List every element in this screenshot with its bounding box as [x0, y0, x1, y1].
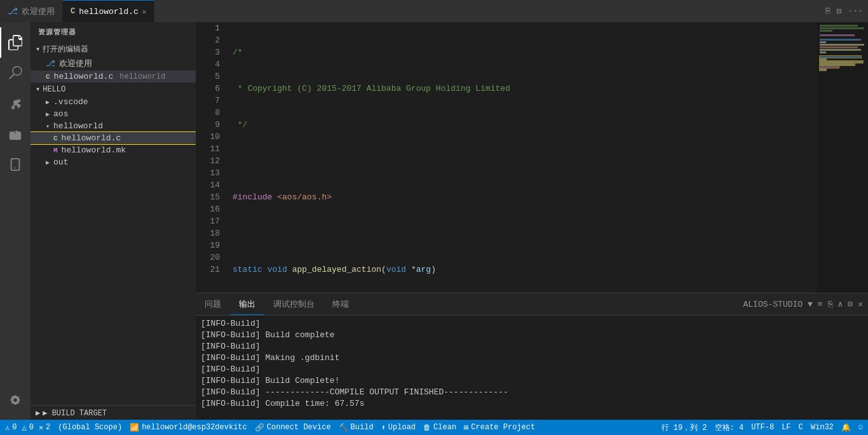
toggle-layout-icon[interactable]: ⊟ [837, 6, 842, 17]
sidebar-spacer [31, 168, 196, 405]
build-target-label: ▶ BUILD TARGET [43, 408, 107, 418]
panel-toggle-icon[interactable]: ⊟ [848, 299, 853, 309]
sidebar-item-helloworld-folder[interactable]: ▾ helloworld [31, 120, 196, 132]
sidebar-item-welcome[interactable]: ⎇ 欢迎使用 [31, 57, 196, 70]
editor-area: 12345 678910 1112131415 1617181920 21 /*… [196, 22, 868, 420]
clean-icon: 🗑 [423, 423, 431, 432]
panel-tab-output-label: 输出 [239, 298, 255, 310]
build-target-section[interactable]: ▶ ▶ BUILD TARGET [31, 405, 196, 420]
hello-section[interactable]: ▾ HELLO [31, 83, 196, 96]
log-line-4: [INFO-Build] Making .gdbinit [201, 352, 863, 364]
c-file-icon: C [71, 7, 75, 16]
activity-search[interactable] [0, 58, 31, 88]
panel-clear-icon[interactable]: ≡ [818, 300, 823, 309]
panel-tab-problems-label: 问题 [205, 298, 221, 310]
status-bar: ⚠ 0 △ 0 ✕ 2 (Global Scope) 📶 helloworld@… [0, 420, 868, 435]
clean-text: Clean [433, 423, 456, 432]
tab-close-button[interactable]: ✕ [142, 8, 147, 16]
aos-label: aos [53, 109, 68, 119]
status-notifications[interactable]: 🔔 [841, 423, 851, 432]
status-right: 行 19，列 2 空格: 4 UTF-8 LF C Win32 🔔 ☺ [661, 422, 863, 433]
status-encoding[interactable]: UTF-8 [751, 423, 774, 432]
activity-extensions[interactable] [0, 119, 31, 149]
sidebar-welcome-label: 欢迎使用 [59, 58, 92, 69]
status-project[interactable]: 📶 helloworld@esp32devkitc [130, 423, 247, 432]
sidebar-item-out[interactable]: ▶ out [31, 156, 196, 168]
panel-tab-problems[interactable]: 问题 [196, 293, 230, 315]
status-spaces[interactable]: 空格: 4 [715, 422, 744, 433]
build-text: Build [351, 423, 374, 432]
minimap [817, 22, 868, 293]
status-language[interactable]: C [799, 423, 803, 432]
panel-maximize-icon[interactable]: ∧ [838, 299, 843, 309]
activity-bar [0, 22, 31, 420]
log-line-3: [INFO-Build] [201, 341, 863, 352]
code-editor[interactable]: 12345 678910 1112131415 1617181920 21 /*… [196, 22, 868, 293]
panel-selector[interactable]: ALIOS-STUDIO ▼ [743, 300, 812, 309]
panel-tab-debug[interactable]: 调试控制台 [264, 293, 323, 315]
code-line-2: * Copyright (C) 2015-2017 Alibaba Group … [233, 83, 817, 95]
tab-list: ⎇ 欢迎使用 C helloworld.c ✕ [0, 0, 820, 22]
code-line-4 [233, 155, 817, 167]
project-text: helloworld@esp32devkitc [142, 423, 247, 432]
helloworld-c-label: helloworld.c [62, 133, 121, 143]
platform-text: Win32 [811, 423, 834, 432]
code-line-6 [233, 227, 817, 239]
sidebar-helloworld-open-path: helloworld [119, 72, 165, 81]
sidebar: 资源管理器 ▾ 打开的编辑器 ⎇ 欢迎使用 C helloworld.c hel… [31, 22, 196, 420]
code-line-7: static void app_delayed_action(void *arg… [233, 264, 817, 276]
title-bar-actions: ⎘ ⊟ ··· [820, 0, 868, 22]
panel-tab-output[interactable]: 输出 [230, 293, 264, 315]
triangle-icon: △ [22, 423, 26, 432]
status-line-ending[interactable]: LF [782, 423, 790, 432]
out-label: out [53, 157, 68, 167]
sidebar-item-vscode[interactable]: ▶ .vscode [31, 96, 196, 108]
status-position[interactable]: 行 19，列 2 [661, 422, 707, 433]
welcome-tab-icon: ⎇ [46, 58, 55, 69]
sidebar-item-aos[interactable]: ▶ aos [31, 108, 196, 120]
panel-close-icon[interactable]: ✕ [858, 299, 863, 309]
activity-source-control[interactable] [0, 88, 31, 119]
status-clean[interactable]: 🗑 Clean [423, 423, 456, 432]
split-editor-icon[interactable]: ⎘ [825, 6, 831, 16]
connect-text: Connect Device [267, 423, 331, 432]
status-build[interactable]: 🔨 Build [339, 423, 374, 432]
language-text: C [799, 423, 803, 432]
sidebar-item-helloworld-c[interactable]: C helloworld.c [31, 132, 196, 144]
status-platform[interactable]: Win32 [811, 423, 834, 432]
sidebar-title: 资源管理器 [31, 22, 196, 42]
connect-icon: 🔗 [255, 423, 264, 432]
tab-welcome[interactable]: ⎇ 欢迎使用 [0, 0, 63, 22]
activity-settings[interactable] [0, 384, 31, 415]
status-scope[interactable]: (Global Scope) [58, 423, 122, 432]
log-line-1: [INFO-Build] [201, 318, 863, 330]
log-line-6: [INFO-Build] Build Complete! [201, 375, 863, 387]
helloworld-c-icon: C [53, 135, 58, 142]
sidebar-item-helloworld-open[interactable]: C helloworld.c helloworld [31, 70, 196, 83]
error-count: 2 [46, 423, 50, 432]
panel-tab-actions: ALIOS-STUDIO ▼ ≡ ⎘ ∧ ⊟ ✕ [743, 293, 868, 315]
status-upload[interactable]: ⬆ Upload [381, 423, 416, 432]
panel-tab-terminal[interactable]: 终端 [323, 293, 358, 315]
status-connect[interactable]: 🔗 Connect Device [255, 423, 331, 432]
status-feedback[interactable]: ☺ [858, 423, 863, 432]
panel-copy-icon[interactable]: ⎘ [828, 300, 833, 309]
more-actions-icon[interactable]: ··· [848, 6, 863, 16]
upload-text: Upload [388, 423, 416, 432]
welcome-icon: ⎇ [8, 6, 18, 17]
line-numbers: 12345 678910 1112131415 1617181920 21 [196, 22, 227, 293]
warning-icon: ⚠ [5, 423, 10, 432]
status-create-project[interactable]: ⊞ Create Project [464, 423, 535, 432]
activity-device[interactable] [0, 149, 31, 180]
app-container: ⎇ 欢迎使用 C helloworld.c ✕ ⎘ ⊟ ··· [0, 0, 868, 435]
line-ending-text: LF [782, 423, 790, 432]
open-editors-section[interactable]: ▾ 打开的编辑器 [31, 42, 196, 57]
tab-helloworld[interactable]: C helloworld.c ✕ [63, 0, 154, 22]
upload-icon: ⬆ [381, 423, 386, 432]
build-target-arrow: ▶ [36, 408, 40, 418]
helloworld-mk-label: helloworld.mk [62, 145, 126, 155]
sidebar-item-helloworld-mk[interactable]: M helloworld.mk [31, 144, 196, 156]
activity-files[interactable] [0, 27, 31, 58]
code-body: /* * Copyright (C) 2015-2017 Alibaba Gro… [227, 22, 817, 293]
status-warnings[interactable]: ⚠ 0 △ 0 ✕ 2 [5, 423, 50, 432]
